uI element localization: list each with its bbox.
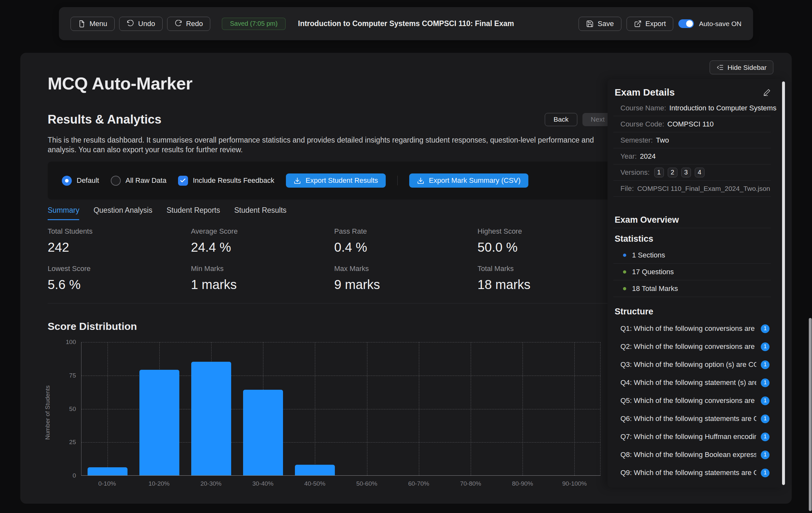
bar-slot — [445, 342, 496, 475]
section-description: This is the results dashboard. It summar… — [48, 135, 614, 154]
checkbox-checked-icon — [178, 176, 188, 186]
menu-button-label: Menu — [89, 20, 107, 28]
undo-icon — [126, 20, 134, 28]
stat-lowest-score: Lowest Score 5.6 % — [48, 265, 191, 292]
version-chip-4[interactable]: 4 — [695, 168, 704, 177]
saved-status-badge: Saved (7:05 pm) — [222, 18, 286, 30]
redo-button[interactable]: Redo — [167, 17, 210, 31]
radio-unselected-icon — [111, 176, 121, 186]
structure-heading: Structure — [613, 303, 771, 320]
version-chip-3[interactable]: 3 — [681, 168, 691, 177]
tab-student-reports[interactable]: Student Reports — [167, 206, 220, 220]
undo-button[interactable]: Undo — [119, 17, 163, 31]
autosave-toggle[interactable] — [678, 19, 694, 28]
checkbox-feedback-label: Include Results Feedback — [193, 176, 274, 185]
version-chip-2[interactable]: 2 — [668, 168, 677, 177]
stat-highest-score: Highest Score 50.0 % — [477, 227, 621, 255]
y-tick-0: 0 — [54, 472, 76, 479]
export-options-bar: Default All Raw Data Include Results Fee… — [48, 161, 613, 200]
bar-slot — [185, 342, 237, 475]
version-chip-1[interactable]: 1 — [654, 168, 664, 177]
marks-badge: 1 — [761, 360, 770, 369]
structure-item-q6[interactable]: Q6: Which of the following statements ar… — [613, 410, 770, 428]
detail-year: Year: 2024 — [613, 148, 771, 164]
top-toolbar: Menu Undo Redo Saved (7:05 pm) Introduct… — [59, 7, 753, 40]
file-name: COMPSCI 110_Final_Exam_2024_Two.json — [637, 185, 770, 192]
hide-sidebar-button[interactable]: Hide Sidebar — [709, 61, 773, 74]
structure-item-q7[interactable]: Q7: Which of the following Huffman encod… — [613, 428, 770, 446]
edit-pencil-icon[interactable] — [763, 89, 771, 96]
collapse-sidebar-icon — [716, 64, 724, 71]
back-button[interactable]: Back — [545, 113, 577, 126]
page-title: MCQ Auto-Marker — [48, 73, 614, 93]
stat-total-marks: 18 Total Marks — [613, 280, 771, 297]
radio-default-label: Default — [77, 176, 99, 185]
stat-average-score: Average Score 24.4 % — [191, 227, 334, 255]
structure-item-q5[interactable]: Q5: Which of the following conversions a… — [613, 392, 770, 410]
save-icon — [586, 20, 594, 28]
marks-badge: 1 — [761, 451, 770, 459]
summary-stats-grid: Total Students 242 Average Score 24.4 % … — [48, 227, 614, 292]
export-student-results-label: Export Student Results — [306, 176, 378, 185]
export-mark-summary-label: Export Mark Summary (CSV) — [429, 176, 521, 185]
save-button[interactable]: Save — [579, 17, 621, 31]
structure-item-q4[interactable]: Q4: Which of the following statement (s)… — [613, 374, 770, 392]
export-button-label: Export — [645, 20, 666, 28]
stat-total-students: Total Students 242 — [48, 227, 191, 255]
marks-badge: 1 — [761, 342, 770, 351]
marks-badge: 1 — [761, 432, 770, 441]
detail-versions: Versions: 1 2 3 4 — [613, 164, 771, 181]
green-dot-icon — [623, 287, 626, 290]
bar-slot — [341, 342, 393, 475]
structure-item-q1[interactable]: Q1: Which of the following conversions a… — [613, 320, 770, 338]
structure-item-q9[interactable]: Q9: Which of the following statements ar… — [613, 464, 770, 482]
section-heading: Results & Analytics — [48, 112, 161, 127]
detail-course-code: Course Code: COMPSCI 110 — [613, 116, 771, 132]
radio-all-raw-data[interactable]: All Raw Data — [111, 176, 167, 186]
y-tick-25: 25 — [54, 439, 76, 446]
document-icon — [78, 20, 86, 28]
page-scrollbar[interactable] — [809, 318, 812, 511]
chart-plot-area — [81, 342, 601, 476]
marks-badge: 1 — [761, 379, 770, 387]
autosave-label: Auto-save ON — [699, 20, 742, 28]
stat-sections: 1 Sections — [613, 247, 771, 264]
tab-question-analysis[interactable]: Question Analysis — [93, 206, 152, 220]
y-tick-50: 50 — [54, 405, 76, 413]
radio-selected-icon — [62, 176, 72, 186]
tab-student-results[interactable]: Student Results — [234, 206, 286, 220]
detail-file: File: COMPSCI 110_Final_Exam_2024_Two.js… — [613, 181, 771, 197]
toolbar-right-group: Save Export Auto-save ON — [579, 17, 742, 31]
toggle-knob — [686, 20, 693, 27]
checkbox-include-feedback[interactable]: Include Results Feedback — [178, 176, 274, 186]
detail-course-name: Course Name: Introduction to Computer Sy… — [613, 100, 771, 116]
sidebar-scrollbar[interactable] — [782, 82, 785, 485]
menu-button[interactable]: Menu — [70, 17, 115, 31]
stat-min-marks: Min Marks 1 marks — [191, 265, 334, 292]
bar-slot — [237, 342, 289, 475]
exam-overview-heading: Exam Overview — [613, 212, 771, 228]
chart-title: Score Distribution — [48, 320, 614, 332]
export-student-results-button[interactable]: Export Student Results — [286, 174, 386, 188]
green-dot-icon — [623, 270, 626, 274]
export-mark-summary-button[interactable]: Export Mark Summary (CSV) — [409, 174, 528, 188]
structure-item-q2[interactable]: Q2: Which of the following conversions a… — [613, 338, 770, 356]
bar-20-30 — [191, 362, 231, 475]
bar-slot — [82, 342, 133, 475]
stat-questions: 17 Questions — [613, 264, 771, 280]
radio-default[interactable]: Default — [62, 176, 99, 186]
marks-badge: 1 — [761, 469, 770, 477]
chart-y-axis-label: Number of Students — [44, 381, 51, 445]
bar-0-10 — [88, 467, 127, 475]
detail-semester: Semester: Two — [613, 132, 771, 148]
statistics-heading: Statistics — [613, 231, 771, 247]
download-icon — [417, 177, 424, 184]
stats-divider — [48, 303, 613, 303]
tab-summary[interactable]: Summary — [48, 206, 79, 220]
structure-item-q3[interactable]: Q3: Which of the following option (s) ar… — [613, 356, 770, 374]
blue-dot-icon — [623, 253, 626, 257]
export-button[interactable]: Export — [627, 17, 673, 31]
structure-item-q8[interactable]: Q8: Which of the following Boolean expre… — [613, 446, 770, 464]
y-tick-75: 75 — [54, 372, 76, 379]
main-panel: Hide Sidebar MCQ Auto-Marker Results & A… — [20, 53, 792, 504]
